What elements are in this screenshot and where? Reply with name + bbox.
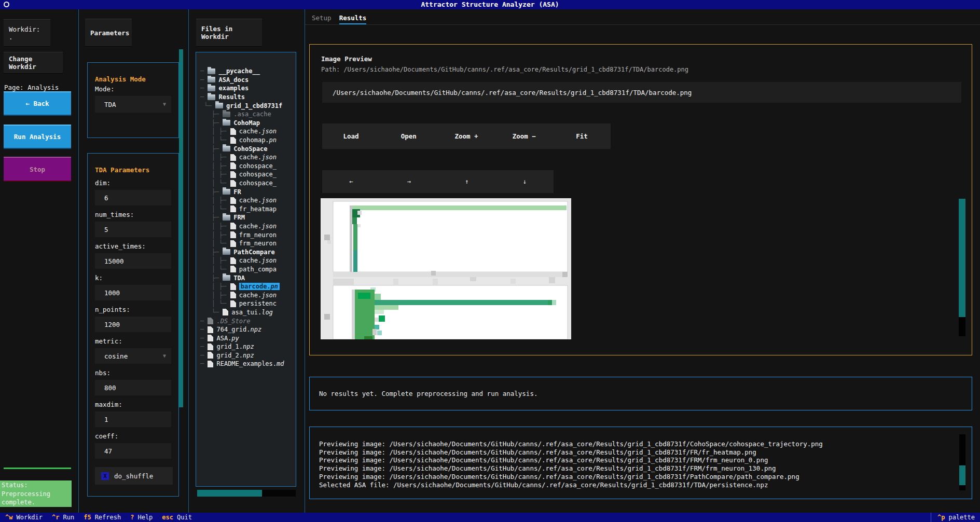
tree-item-cache.json[interactable]: │ ├─ cache.json xyxy=(200,222,296,231)
file-extension: pn xyxy=(269,136,277,144)
tree-guide: │ └─ xyxy=(200,300,230,307)
tree-item-cache.json[interactable]: │ ├─ cache.json xyxy=(200,256,296,265)
tree-item-label: FRM xyxy=(233,214,245,221)
tree-item-cohospace_[interactable]: │ ├─ cohospace_ xyxy=(200,162,296,171)
parameters-scrollbar[interactable] xyxy=(179,49,183,407)
footer-shortcut-quit[interactable]: escQuit xyxy=(162,514,192,521)
folder-icon xyxy=(208,86,215,91)
tree-item-examples[interactable]: ─ examples xyxy=(200,84,296,93)
tree-item-ASA_docs[interactable]: ─ ASA_docs xyxy=(200,76,296,85)
log-lines: Previewing image: /Users/sichaohe/Docume… xyxy=(319,440,951,489)
scrollbar-thumb[interactable] xyxy=(959,465,965,485)
tree-item-cache.json[interactable]: │ ├─ cache.json xyxy=(200,291,296,299)
tree-item-ASA.py[interactable]: ─ ASA.py xyxy=(200,334,296,342)
tree-item-barcode.pn[interactable]: │ ├─ barcode.pn xyxy=(200,282,296,291)
tab-setup[interactable]: Setup xyxy=(312,14,332,25)
tree-item-__pycache__[interactable]: ─ __pycache__ xyxy=(200,67,296,76)
tree-item-persistenc[interactable]: │ └─ persistenc xyxy=(200,299,296,308)
log-scrollbar[interactable] xyxy=(959,434,965,490)
tree-item-FR[interactable]: ├─ FR xyxy=(200,187,296,196)
command-palette-button[interactable]: ^p palette xyxy=(931,513,975,522)
tree-item-CohoSpace[interactable]: ├─ CohoSpace xyxy=(200,144,296,153)
tree-guide: ─ xyxy=(200,352,208,359)
panel-divider xyxy=(78,9,79,513)
shortcut-label: Run xyxy=(63,514,74,521)
tree-item-path_compa[interactable]: │ └─ path_compa xyxy=(200,265,296,274)
do-shuffle-checkbox[interactable]: X do_shuffle xyxy=(95,467,173,485)
scrollbar-thumb[interactable] xyxy=(197,490,262,497)
footer-shortcut-refresh[interactable]: f5Refresh xyxy=(84,514,121,521)
param-select-metric[interactable]: cosine▼ xyxy=(95,348,171,364)
tree-item-cohospace_[interactable]: │ └─ cohospace_ xyxy=(200,179,296,188)
param-input-n_points[interactable]: 1200 xyxy=(95,317,171,332)
tree-item-asa_tui.log[interactable]: └─ asa_tui.log xyxy=(200,308,296,317)
run-analysis-button[interactable]: Run Analysis xyxy=(4,125,71,149)
tree-item-FRM[interactable]: ├─ FRM xyxy=(200,213,296,222)
tree-item-fr_heatmap[interactable]: │ └─ fr_heatmap xyxy=(200,205,296,214)
preview-button-load[interactable]: Load xyxy=(322,123,380,149)
page-label: Page: Analysis xyxy=(4,84,59,91)
param-input-coeff[interactable]: 47 xyxy=(95,443,171,459)
tree-item-cache.json[interactable]: │ ├─ cache.json xyxy=(200,153,296,162)
tree-item-TDA[interactable]: ├─ TDA xyxy=(200,273,296,282)
tree-item-CohoMap[interactable]: ├─ CohoMap xyxy=(200,119,296,128)
mode-select[interactable]: TDA ▼ xyxy=(95,96,171,113)
tree-guide: ├─ xyxy=(200,145,223,153)
tree-item-Results[interactable]: ─ Results xyxy=(200,93,296,102)
scrollbar-thumb[interactable] xyxy=(959,199,965,317)
tree-item-cohomap.pn[interactable]: │ └─ cohomap.pn xyxy=(200,136,296,145)
param-input-dim[interactable]: 6 xyxy=(95,190,171,205)
preview-button-zoom-+[interactable]: Zoom + xyxy=(437,123,495,149)
change-workdir-label: Change Workdir xyxy=(9,55,58,71)
param-input-k[interactable]: 1000 xyxy=(95,285,171,300)
tree-item-label: README_examples.md xyxy=(216,360,284,367)
pan-right-button[interactable]: → xyxy=(380,170,438,193)
preview-button-zoom-−[interactable]: Zoom − xyxy=(495,123,553,149)
preview-button-open[interactable]: Open xyxy=(380,123,437,149)
stop-button[interactable]: Stop xyxy=(4,157,71,182)
tree-item-cache.json[interactable]: │ ├─ cache.json xyxy=(200,196,296,205)
file-icon xyxy=(230,223,236,229)
preview-vertical-scrollbar[interactable] xyxy=(959,199,965,336)
footer-shortcut-help[interactable]: ?Help xyxy=(130,514,153,521)
app-title: Attractor Structure Analyzer (ASA) xyxy=(0,0,980,9)
tree-item-frm_neuron[interactable]: │ └─ frm_neuron xyxy=(200,239,296,248)
tree-guide: │ ├─ xyxy=(200,171,230,178)
tree-item-label: persistenc xyxy=(239,300,277,307)
footer-shortcut-run[interactable]: ^rRun xyxy=(52,514,74,521)
tree-item-.asa_cache[interactable]: ├─ .asa_cache xyxy=(200,110,296,119)
tree-item-label: cohomap.pn xyxy=(239,136,277,144)
tree-item-label: .asa_cache xyxy=(233,111,271,118)
param-input-active_times[interactable]: 15000 xyxy=(95,253,171,269)
tree-item-label: cache.json xyxy=(239,128,277,135)
tree-item-frm_neuron[interactable]: │ ├─ frm_neuron xyxy=(200,230,296,239)
tree-item-PathCompare[interactable]: ├─ PathCompare xyxy=(200,248,296,256)
tree-item-grid_2.npz[interactable]: ─ grid_2.npz xyxy=(200,351,296,360)
tree-item-README_examples.md[interactable]: ─ README_examples.md xyxy=(200,360,296,368)
panel-divider xyxy=(188,9,189,513)
tab-results[interactable]: Results xyxy=(339,14,367,25)
tree-item-cohospace_[interactable]: │ ├─ cohospace_ xyxy=(200,170,296,179)
pan-down-button[interactable]: ↓ xyxy=(496,170,554,193)
tree-item-grid_1.npz[interactable]: ─ grid_1.npz xyxy=(200,342,296,351)
param-input-num_times[interactable]: 5 xyxy=(95,222,171,237)
change-workdir-button[interactable]: Change Workdir xyxy=(4,52,63,74)
tree-item-cache.json[interactable]: │ ├─ cache.json xyxy=(200,127,296,136)
file-tree-horizontal-scrollbar[interactable] xyxy=(197,490,296,497)
tree-item-764_grid.npz[interactable]: ─ 764_grid.npz xyxy=(200,325,296,334)
param-input-maxdim[interactable]: 1 xyxy=(95,411,171,427)
pan-up-button[interactable]: ↑ xyxy=(438,170,496,193)
image-path-input[interactable] xyxy=(322,82,961,103)
analysis-mode-heading: Analysis Mode xyxy=(95,75,171,83)
back-button[interactable]: ← Back xyxy=(4,91,71,116)
status-message-box: Status: Preprocessing complete. xyxy=(0,480,72,507)
param-input-nbs[interactable]: 800 xyxy=(95,380,171,395)
pan-left-button[interactable]: ← xyxy=(322,170,380,193)
tree-item-grid_1_cbd8731f[interactable]: └─ grid_1_cbd8731f xyxy=(200,101,296,110)
tree-item-.DS_Store[interactable]: ─ .DS_Store xyxy=(200,317,296,325)
image-preview-heading: Image Preview xyxy=(321,55,372,63)
file-icon xyxy=(230,197,236,204)
preview-button-fit[interactable]: Fit xyxy=(553,123,611,149)
footer-shortcut-workdir[interactable]: ^wWorkdir xyxy=(5,514,43,521)
folder-icon xyxy=(208,94,215,100)
